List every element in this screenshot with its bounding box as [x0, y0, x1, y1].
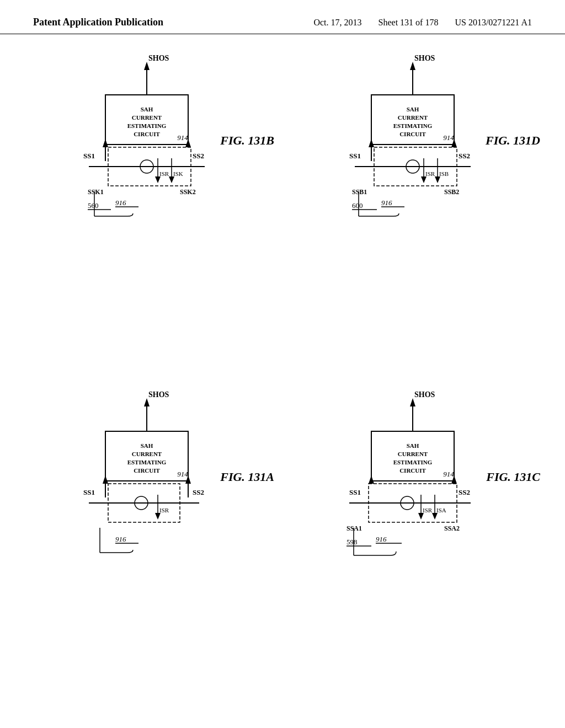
- svg-text:SAH: SAH: [407, 442, 419, 449]
- page-header: Patent Application Publication Oct. 17, …: [0, 0, 565, 34]
- svg-text:ISB: ISB: [439, 170, 449, 177]
- svg-text:SS1: SS1: [349, 152, 361, 160]
- svg-text:ISA: ISA: [436, 507, 446, 513]
- svg-131b: SHOS SAH CURRENT ESTIMATING CIRCUIT 914 …: [56, 51, 243, 282]
- svg-text:SHOS: SHOS: [414, 390, 435, 399]
- svg-text:ESTIMATING: ESTIMATING: [127, 122, 167, 129]
- main-content: SHOS SAH CURRENT ESTIMATING CIRCUIT 914 …: [0, 34, 565, 718]
- svg-text:916: 916: [115, 199, 126, 207]
- svg-text:SS2: SS2: [193, 488, 204, 496]
- svg-text:ISR: ISR: [423, 507, 433, 513]
- svg-text:ESTIMATING: ESTIMATING: [127, 459, 167, 465]
- svg-131a: SHOS SAH CURRENT ESTIMATING CIRCUIT 914 …: [56, 387, 243, 619]
- svg-text:914: 914: [177, 470, 188, 478]
- diagram-131d: SHOS SAH CURRENT ESTIMATING CIRCUIT 914 …: [288, 45, 543, 371]
- svg-text:CIRCUIT: CIRCUIT: [134, 131, 160, 137]
- svg-text:CURRENT: CURRENT: [398, 114, 428, 121]
- svg-text:598: 598: [347, 538, 358, 546]
- svg-text:SAH: SAH: [407, 106, 419, 113]
- publication-title: Patent Application Publication: [33, 17, 163, 28]
- svg-text:SSB2: SSB2: [444, 188, 459, 196]
- svg-marker-64: [144, 398, 150, 406]
- sheet-info: Sheet 131 of 178: [379, 18, 439, 28]
- fig-label-131a: FIG. 131A: [220, 470, 274, 484]
- diagram-131a: SHOS SAH CURRENT ESTIMATING CIRCUIT 914 …: [22, 382, 277, 707]
- svg-text:916: 916: [115, 535, 126, 543]
- header-meta: Oct. 17, 2013 Sheet 131 of 178 US 2013/0…: [313, 18, 532, 28]
- svg-marker-32: [410, 62, 415, 70]
- svg-text:914: 914: [443, 133, 454, 142]
- svg-text:CIRCUIT: CIRCUIT: [399, 467, 426, 474]
- svg-text:CIRCUIT: CIRCUIT: [399, 131, 426, 137]
- svg-text:SSK1: SSK1: [88, 188, 104, 196]
- svg-text:600: 600: [352, 201, 363, 210]
- fig-label-131d: FIG. 131D: [486, 133, 540, 148]
- svg-marker-89: [410, 398, 415, 406]
- svg-131c: SHOS SAH CURRENT ESTIMATING CIRCUIT 914 …: [322, 387, 509, 619]
- svg-text:ISR: ISR: [425, 170, 435, 177]
- svg-text:SS1: SS1: [83, 488, 95, 496]
- svg-text:SS2: SS2: [459, 152, 470, 160]
- svg-text:914: 914: [177, 133, 188, 142]
- svg-marker-1: [144, 62, 150, 70]
- fig-label-131c: FIG. 131C: [486, 470, 540, 484]
- svg-text:SHOS: SHOS: [414, 54, 435, 62]
- svg-text:SHOS: SHOS: [148, 390, 169, 399]
- svg-text:SAH: SAH: [141, 442, 153, 449]
- shos-label-b: SHOS: [148, 54, 169, 62]
- svg-text:SSA2: SSA2: [444, 524, 460, 532]
- svg-text:SS1: SS1: [83, 152, 95, 160]
- svg-text:ESTIMATING: ESTIMATING: [393, 122, 433, 129]
- svg-text:ESTIMATING: ESTIMATING: [393, 459, 433, 465]
- svg-text:ISR: ISR: [159, 170, 169, 177]
- svg-text:CURRENT: CURRENT: [398, 451, 428, 457]
- diagram-131b: SHOS SAH CURRENT ESTIMATING CIRCUIT 914 …: [22, 45, 277, 371]
- svg-text:SS2: SS2: [459, 488, 470, 496]
- publication-date: Oct. 17, 2013: [313, 18, 361, 28]
- svg-text:CIRCUIT: CIRCUIT: [134, 467, 160, 474]
- svg-text:SS1: SS1: [349, 488, 361, 496]
- svg-text:CURRENT: CURRENT: [132, 451, 162, 457]
- fig-label-131b: FIG. 131B: [220, 133, 274, 148]
- svg-text:916: 916: [381, 199, 392, 207]
- svg-text:SSA1: SSA1: [347, 524, 362, 532]
- svg-text:SS2: SS2: [193, 152, 204, 160]
- diagram-131c: SHOS SAH CURRENT ESTIMATING CIRCUIT 914 …: [288, 382, 543, 707]
- svg-text:ISR: ISR: [159, 507, 169, 513]
- svg-131d: SHOS SAH CURRENT ESTIMATING CIRCUIT 914 …: [322, 51, 509, 282]
- svg-text:SSK2: SSK2: [180, 188, 196, 196]
- svg-text:914: 914: [443, 470, 454, 478]
- svg-text:CURRENT: CURRENT: [132, 114, 162, 121]
- svg-text:SSB1: SSB1: [352, 188, 367, 196]
- svg-text:ISK: ISK: [173, 170, 183, 177]
- svg-text:916: 916: [376, 535, 387, 543]
- svg-text:560: 560: [88, 201, 99, 210]
- svg-text:SAH: SAH: [141, 106, 153, 113]
- patent-number: US 2013/0271221 A1: [455, 18, 532, 28]
